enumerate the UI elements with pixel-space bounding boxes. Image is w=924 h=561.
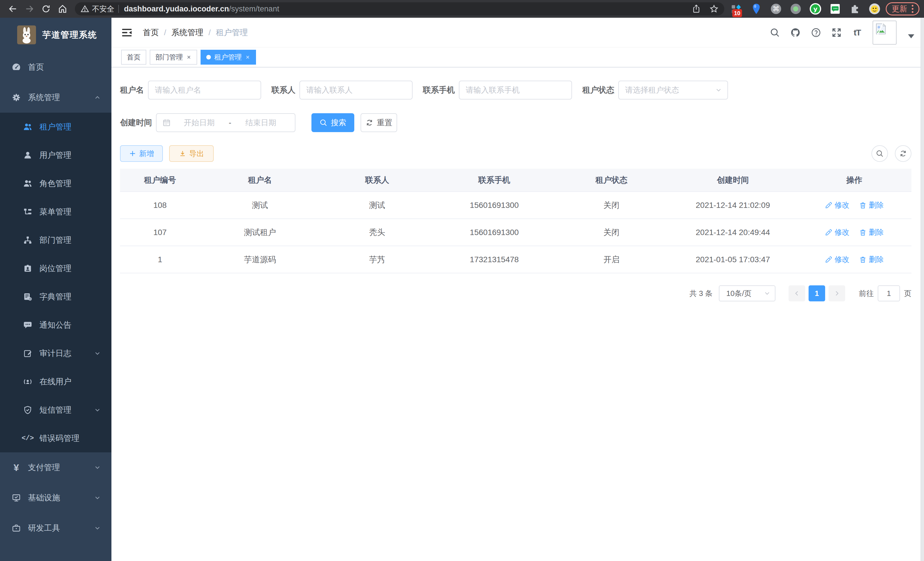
export-button[interactable]: 导出 <box>169 145 214 162</box>
col-contact: 联系人 <box>320 169 434 192</box>
extension-icon-3[interactable]: ⌘ <box>770 3 782 15</box>
search-button[interactable]: 搜索 <box>311 113 354 132</box>
phone-input[interactable] <box>459 81 572 99</box>
close-icon[interactable] <box>186 55 191 60</box>
tab-dept[interactable]: 部门管理 <box>150 50 197 65</box>
url-host[interactable]: dashboard.yudao.iocoder.cn <box>124 5 229 14</box>
tenant-table: 租户编号 租户名 联系人 联系手机 租户状态 创建时间 操作 108 测试 <box>120 169 911 273</box>
tab-home[interactable]: 首页 <box>121 50 146 65</box>
sidebar-item-online-users[interactable]: 在线用户 <box>0 367 111 396</box>
address-bar[interactable]: 不安全 dashboard.yudao.iocoder.cn /system/t… <box>75 2 724 15</box>
close-icon[interactable] <box>245 55 250 60</box>
tenant-name-input[interactable] <box>148 81 261 99</box>
sidebar-item-notice[interactable]: 通知公告 <box>0 311 111 339</box>
edit-link[interactable]: 修改 <box>825 254 849 265</box>
sidebar-item-sms[interactable]: 短信管理 <box>0 396 111 424</box>
github-icon[interactable] <box>790 27 801 38</box>
breadcrumb-system[interactable]: 系统管理 <box>171 27 203 38</box>
fullscreen-icon[interactable] <box>831 27 842 38</box>
font-size-icon[interactable]: tT <box>852 27 862 38</box>
extension-icon-2[interactable] <box>750 3 762 15</box>
next-page-button[interactable] <box>829 285 845 301</box>
prev-page-button[interactable] <box>789 285 805 301</box>
sidebar-item-dict[interactable]: 字典管理 <box>0 283 111 311</box>
profile-avatar-icon[interactable] <box>868 3 880 15</box>
help-icon[interactable] <box>811 27 821 38</box>
pagination-total: 共 3 条 <box>689 289 712 299</box>
page-number-1[interactable]: 1 <box>808 285 825 301</box>
status-select[interactable]: 请选择租户状态 <box>618 81 728 99</box>
page-size-select[interactable]: 10条/页 <box>719 285 776 301</box>
extension-icon-1[interactable]: 10 <box>730 3 742 15</box>
yen-icon: ¥ <box>11 463 21 472</box>
chevron-down-icon <box>94 494 101 502</box>
date-range-picker[interactable]: 开始日期 - 结束日期 <box>156 113 296 132</box>
sidebar-item-system[interactable]: 系统管理 <box>0 82 111 113</box>
sidebar-item-label: 短信管理 <box>39 405 94 415</box>
edit-link[interactable]: 修改 <box>825 227 849 237</box>
sidebar-item-dept[interactable]: 部门管理 <box>0 226 111 254</box>
col-created: 创建时间 <box>669 169 797 192</box>
tab-tenant[interactable]: 租户管理 <box>201 50 256 65</box>
chevron-down-icon <box>764 290 771 297</box>
add-button[interactable]: 新增 <box>120 145 163 162</box>
back-arrow-icon <box>8 4 18 14</box>
browser-back-button[interactable] <box>4 0 21 18</box>
user-avatar[interactable] <box>873 21 897 45</box>
browser-home-button[interactable] <box>54 0 71 18</box>
col-actions: 操作 <box>797 169 911 192</box>
sidebar-item-pay[interactable]: ¥ 支付管理 <box>0 452 111 483</box>
header-search-icon[interactable] <box>770 27 780 38</box>
security-label[interactable]: 不安全 <box>92 4 114 14</box>
extension-icon-6[interactable] <box>829 3 841 15</box>
tenant-name-label: 租户名 <box>120 85 144 96</box>
reset-button[interactable]: 重置 <box>361 113 397 132</box>
trash-icon <box>859 256 867 263</box>
browser-update-button[interactable]: 更新 <box>886 2 920 15</box>
breadcrumb-home[interactable]: 首页 <box>143 27 159 38</box>
delete-link[interactable]: 删除 <box>859 200 884 210</box>
delete-link[interactable]: 删除 <box>859 227 884 237</box>
sidebar-item-error-code[interactable]: </> 错误码管理 <box>0 424 111 452</box>
sidebar-collapse-icon[interactable] <box>121 27 133 38</box>
tree-list-icon <box>23 207 33 217</box>
bookmark-star-icon[interactable] <box>710 4 718 14</box>
avatar-dropdown-caret-icon[interactable] <box>908 34 914 38</box>
sidebar-item-home[interactable]: 首页 <box>0 52 111 82</box>
refresh-icon <box>899 150 907 158</box>
col-tenant-name: 租户名 <box>200 169 320 192</box>
extension-icon-4[interactable] <box>790 3 802 15</box>
sidebar-item-audit-log[interactable]: 审计日志 <box>0 339 111 367</box>
status-value: 关闭 <box>554 192 669 219</box>
sidebar-item-tenant[interactable]: 租户管理 <box>0 113 111 141</box>
sidebar-item-user[interactable]: 用户管理 <box>0 141 111 169</box>
table-search-toggle-button[interactable] <box>872 145 888 162</box>
svg-text:⌘: ⌘ <box>772 5 779 13</box>
edit-link[interactable]: 修改 <box>825 200 849 210</box>
table-row: 108 测试 测试 15601691300 关闭 2021-12-14 21:0… <box>120 192 911 219</box>
broken-image-icon <box>875 23 887 35</box>
contact-input[interactable] <box>299 81 412 99</box>
sidebar: 芋道管理系统 首页 系统管理 租户管理 用户管理 <box>0 18 111 561</box>
app-logo-row[interactable]: 芋道管理系统 <box>0 18 111 52</box>
sidebar-item-post[interactable]: 岗位管理 <box>0 254 111 283</box>
extension-icon-5[interactable]: y <box>809 3 821 15</box>
sidebar-item-infra[interactable]: 基础设施 <box>0 483 111 513</box>
sidebar-item-dev-tools[interactable]: 研发工具 <box>0 513 111 543</box>
edit-note-icon <box>23 349 33 358</box>
puzzle-extensions-icon[interactable] <box>849 3 861 15</box>
share-icon[interactable] <box>692 4 701 14</box>
trash-icon <box>859 229 867 236</box>
chevron-down-icon <box>94 464 101 471</box>
page-scrollbar[interactable] <box>921 18 924 561</box>
sidebar-item-menu[interactable]: 菜单管理 <box>0 198 111 226</box>
browser-reload-button[interactable] <box>38 0 54 18</box>
delete-link[interactable]: 删除 <box>859 254 884 265</box>
url-path[interactable]: /system/tenant <box>229 5 279 14</box>
chevron-down-icon <box>94 406 101 414</box>
browser-menu-icon[interactable] <box>912 5 914 13</box>
goto-page-input[interactable] <box>878 285 900 301</box>
browser-forward-button[interactable] <box>21 0 38 18</box>
table-refresh-button[interactable] <box>895 145 911 162</box>
sidebar-item-role[interactable]: 角色管理 <box>0 169 111 198</box>
